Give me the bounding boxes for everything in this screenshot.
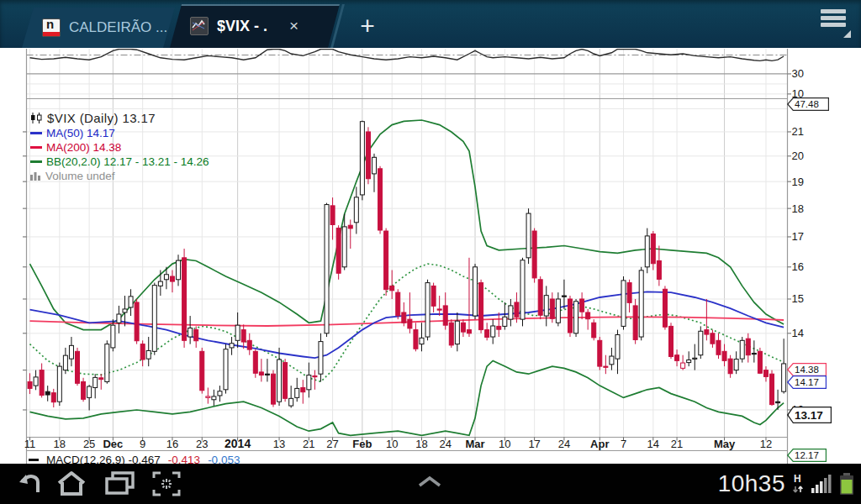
candle-body (206, 396, 210, 397)
candle-body (366, 132, 370, 179)
candlestick-icon (30, 113, 43, 123)
recent-apps-button[interactable] (104, 470, 136, 497)
candle-body (34, 377, 38, 386)
candle-body (51, 393, 55, 402)
candle-body (307, 375, 311, 390)
web-page: 212019181716151413123010111825Dec9162320… (0, 48, 861, 464)
candle-body (82, 381, 86, 399)
candle-body (76, 351, 80, 383)
tab-title: CALDEIRÃO ... (69, 19, 167, 36)
candle-body (473, 267, 478, 316)
battery-icon (839, 473, 854, 495)
x-tick-label: 13 (273, 438, 285, 450)
price-tag-ma50: 14.17 (787, 375, 827, 389)
x-tick-label: 27 (326, 438, 338, 450)
x-tick-label: 18 (415, 438, 427, 450)
candle-body (253, 351, 257, 373)
macd-swatch (29, 459, 39, 461)
y-tick-label: 14 (792, 327, 804, 339)
x-tick-label: 7 (621, 438, 626, 450)
candle-body (372, 157, 377, 174)
screenshot-button[interactable] (151, 470, 182, 497)
y-tick-label: 15 (792, 292, 804, 305)
candle-body (28, 381, 32, 388)
candle-body (87, 386, 92, 397)
candle-body (515, 302, 519, 317)
candle-body (342, 227, 346, 267)
candle-body (437, 309, 441, 310)
home-button[interactable] (55, 470, 87, 497)
candle-body (693, 358, 697, 359)
x-tick-label: Apr (590, 438, 609, 450)
tab-vix-active[interactable]: $VIX - . × (170, 4, 340, 48)
candle-body (425, 283, 430, 337)
status-cluster: 10h35 H (718, 466, 854, 501)
candle-body (651, 234, 655, 263)
candle-body (135, 302, 139, 341)
candle-body (129, 297, 133, 307)
new-tab-button[interactable]: + (343, 4, 392, 48)
candle-body (681, 363, 685, 368)
candle-body (710, 333, 715, 344)
candle-body (592, 323, 596, 338)
toolbar-expand-chevron[interactable] (417, 475, 442, 487)
candle-body (455, 321, 459, 344)
x-tick-label: 11 (24, 438, 36, 450)
candle-body (93, 377, 98, 387)
x-tick-label: Mar (465, 438, 484, 450)
candle-body (319, 342, 323, 375)
candle-body (728, 359, 732, 374)
macd-label-value: MACD(12,26,9) -0.467 (46, 454, 161, 465)
candle-body (526, 213, 531, 258)
x-tick-label: Feb (352, 438, 372, 450)
candle-body (782, 364, 786, 391)
tab-caldeirao[interactable]: n CALDEIRÃO ... (22, 8, 175, 48)
x-tick-label: 21 (303, 438, 314, 450)
candle-body (152, 286, 156, 352)
candle-body (645, 236, 649, 267)
candle-body (408, 319, 412, 328)
stockchart-favicon (190, 17, 209, 35)
candle-body (604, 366, 608, 367)
ma50-swatch (30, 132, 42, 134)
candle-body (336, 228, 341, 274)
clock: 10h35 (718, 470, 785, 497)
menu-icon (821, 9, 846, 13)
candle-body (271, 374, 275, 404)
x-tick-label: 24 (558, 438, 570, 450)
y-tick-label: 21 (792, 125, 804, 138)
y-tick-label: 30 (792, 67, 804, 80)
candle-body (313, 375, 317, 376)
y-tick-label: 18 (792, 202, 804, 215)
candle-body (461, 323, 465, 332)
candle-body (378, 169, 383, 230)
browser-menu-button[interactable] (817, 9, 853, 39)
candle-body (580, 299, 584, 312)
candle-body (752, 354, 756, 354)
candle-body (675, 355, 679, 361)
candle-body (111, 325, 115, 348)
x-tick-label: 9 (140, 438, 145, 450)
x-tick-label: 23 (196, 438, 208, 450)
candle-body (99, 378, 103, 380)
candle-body (705, 330, 709, 334)
candle-body (669, 326, 673, 356)
candle-body (615, 334, 620, 359)
candle-body (224, 349, 228, 390)
candle-body (289, 398, 293, 406)
candle-body (598, 340, 602, 366)
x-tick-label: 18 (54, 438, 66, 450)
candle-body (520, 260, 525, 319)
x-tick-label: 25 (83, 438, 95, 450)
candle-body (301, 387, 305, 391)
candle-body (734, 360, 738, 370)
close-tab-icon[interactable]: × (289, 17, 298, 35)
candle-body (610, 356, 614, 365)
x-tick-label: 14 (647, 438, 659, 450)
gridlines (27, 49, 788, 438)
back-button[interactable] (13, 470, 44, 497)
candle-body (63, 355, 67, 370)
y-tick-label: 16 (792, 260, 804, 273)
candle-body (200, 351, 204, 390)
candle-body (770, 374, 774, 404)
